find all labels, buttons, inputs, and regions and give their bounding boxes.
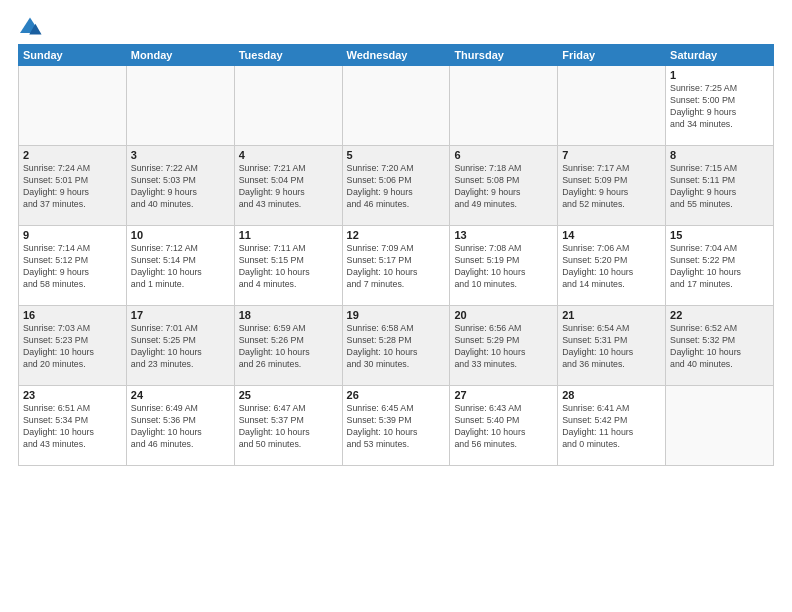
day-number: 26 <box>347 389 446 401</box>
day-number: 11 <box>239 229 338 241</box>
day-header-saturday: Saturday <box>666 45 774 66</box>
logo-icon <box>18 16 42 36</box>
day-info: Sunrise: 7:22 AM Sunset: 5:03 PM Dayligh… <box>131 163 230 211</box>
day-number: 9 <box>23 229 122 241</box>
day-info: Sunrise: 7:14 AM Sunset: 5:12 PM Dayligh… <box>23 243 122 291</box>
calendar-day: 17Sunrise: 7:01 AM Sunset: 5:25 PM Dayli… <box>126 306 234 386</box>
day-number: 4 <box>239 149 338 161</box>
day-info: Sunrise: 7:11 AM Sunset: 5:15 PM Dayligh… <box>239 243 338 291</box>
day-header-friday: Friday <box>558 45 666 66</box>
day-header-wednesday: Wednesday <box>342 45 450 66</box>
calendar-day: 21Sunrise: 6:54 AM Sunset: 5:31 PM Dayli… <box>558 306 666 386</box>
calendar-day <box>342 66 450 146</box>
calendar-day: 24Sunrise: 6:49 AM Sunset: 5:36 PM Dayli… <box>126 386 234 466</box>
day-info: Sunrise: 6:43 AM Sunset: 5:40 PM Dayligh… <box>454 403 553 451</box>
calendar-day: 16Sunrise: 7:03 AM Sunset: 5:23 PM Dayli… <box>19 306 127 386</box>
day-info: Sunrise: 7:04 AM Sunset: 5:22 PM Dayligh… <box>670 243 769 291</box>
calendar-week-row: 16Sunrise: 7:03 AM Sunset: 5:23 PM Dayli… <box>19 306 774 386</box>
day-info: Sunrise: 6:54 AM Sunset: 5:31 PM Dayligh… <box>562 323 661 371</box>
calendar-day: 2Sunrise: 7:24 AM Sunset: 5:01 PM Daylig… <box>19 146 127 226</box>
day-info: Sunrise: 7:01 AM Sunset: 5:25 PM Dayligh… <box>131 323 230 371</box>
day-info: Sunrise: 7:15 AM Sunset: 5:11 PM Dayligh… <box>670 163 769 211</box>
calendar-week-row: 9Sunrise: 7:14 AM Sunset: 5:12 PM Daylig… <box>19 226 774 306</box>
day-info: Sunrise: 7:24 AM Sunset: 5:01 PM Dayligh… <box>23 163 122 211</box>
day-number: 24 <box>131 389 230 401</box>
calendar-day <box>450 66 558 146</box>
day-number: 8 <box>670 149 769 161</box>
header-area <box>18 16 774 36</box>
day-number: 15 <box>670 229 769 241</box>
day-number: 7 <box>562 149 661 161</box>
day-header-tuesday: Tuesday <box>234 45 342 66</box>
calendar-day: 3Sunrise: 7:22 AM Sunset: 5:03 PM Daylig… <box>126 146 234 226</box>
calendar-day: 28Sunrise: 6:41 AM Sunset: 5:42 PM Dayli… <box>558 386 666 466</box>
calendar-week-row: 23Sunrise: 6:51 AM Sunset: 5:34 PM Dayli… <box>19 386 774 466</box>
day-info: Sunrise: 7:09 AM Sunset: 5:17 PM Dayligh… <box>347 243 446 291</box>
day-number: 28 <box>562 389 661 401</box>
calendar-day: 20Sunrise: 6:56 AM Sunset: 5:29 PM Dayli… <box>450 306 558 386</box>
day-info: Sunrise: 7:03 AM Sunset: 5:23 PM Dayligh… <box>23 323 122 371</box>
day-info: Sunrise: 7:21 AM Sunset: 5:04 PM Dayligh… <box>239 163 338 211</box>
calendar-day: 8Sunrise: 7:15 AM Sunset: 5:11 PM Daylig… <box>666 146 774 226</box>
day-number: 16 <box>23 309 122 321</box>
calendar-day: 1Sunrise: 7:25 AM Sunset: 5:00 PM Daylig… <box>666 66 774 146</box>
calendar-day: 9Sunrise: 7:14 AM Sunset: 5:12 PM Daylig… <box>19 226 127 306</box>
calendar-day <box>126 66 234 146</box>
day-info: Sunrise: 7:17 AM Sunset: 5:09 PM Dayligh… <box>562 163 661 211</box>
day-header-sunday: Sunday <box>19 45 127 66</box>
calendar-day: 14Sunrise: 7:06 AM Sunset: 5:20 PM Dayli… <box>558 226 666 306</box>
day-number: 27 <box>454 389 553 401</box>
calendar: SundayMondayTuesdayWednesdayThursdayFrid… <box>18 44 774 466</box>
calendar-day: 6Sunrise: 7:18 AM Sunset: 5:08 PM Daylig… <box>450 146 558 226</box>
calendar-day <box>19 66 127 146</box>
day-info: Sunrise: 7:18 AM Sunset: 5:08 PM Dayligh… <box>454 163 553 211</box>
calendar-day: 10Sunrise: 7:12 AM Sunset: 5:14 PM Dayli… <box>126 226 234 306</box>
calendar-day: 7Sunrise: 7:17 AM Sunset: 5:09 PM Daylig… <box>558 146 666 226</box>
day-number: 6 <box>454 149 553 161</box>
calendar-day: 19Sunrise: 6:58 AM Sunset: 5:28 PM Dayli… <box>342 306 450 386</box>
day-number: 14 <box>562 229 661 241</box>
calendar-week-row: 1Sunrise: 7:25 AM Sunset: 5:00 PM Daylig… <box>19 66 774 146</box>
day-info: Sunrise: 6:45 AM Sunset: 5:39 PM Dayligh… <box>347 403 446 451</box>
calendar-day: 22Sunrise: 6:52 AM Sunset: 5:32 PM Dayli… <box>666 306 774 386</box>
day-info: Sunrise: 7:20 AM Sunset: 5:06 PM Dayligh… <box>347 163 446 211</box>
calendar-day <box>558 66 666 146</box>
calendar-day: 15Sunrise: 7:04 AM Sunset: 5:22 PM Dayli… <box>666 226 774 306</box>
day-info: Sunrise: 6:47 AM Sunset: 5:37 PM Dayligh… <box>239 403 338 451</box>
day-info: Sunrise: 6:58 AM Sunset: 5:28 PM Dayligh… <box>347 323 446 371</box>
day-info: Sunrise: 6:52 AM Sunset: 5:32 PM Dayligh… <box>670 323 769 371</box>
day-number: 21 <box>562 309 661 321</box>
calendar-day: 18Sunrise: 6:59 AM Sunset: 5:26 PM Dayli… <box>234 306 342 386</box>
day-number: 1 <box>670 69 769 81</box>
day-info: Sunrise: 7:25 AM Sunset: 5:00 PM Dayligh… <box>670 83 769 131</box>
calendar-day: 26Sunrise: 6:45 AM Sunset: 5:39 PM Dayli… <box>342 386 450 466</box>
day-header-monday: Monday <box>126 45 234 66</box>
calendar-day: 4Sunrise: 7:21 AM Sunset: 5:04 PM Daylig… <box>234 146 342 226</box>
day-number: 13 <box>454 229 553 241</box>
calendar-day: 11Sunrise: 7:11 AM Sunset: 5:15 PM Dayli… <box>234 226 342 306</box>
day-number: 22 <box>670 309 769 321</box>
calendar-day: 27Sunrise: 6:43 AM Sunset: 5:40 PM Dayli… <box>450 386 558 466</box>
calendar-header-row: SundayMondayTuesdayWednesdayThursdayFrid… <box>19 45 774 66</box>
calendar-day <box>234 66 342 146</box>
day-info: Sunrise: 6:56 AM Sunset: 5:29 PM Dayligh… <box>454 323 553 371</box>
day-info: Sunrise: 7:08 AM Sunset: 5:19 PM Dayligh… <box>454 243 553 291</box>
day-number: 18 <box>239 309 338 321</box>
calendar-day: 13Sunrise: 7:08 AM Sunset: 5:19 PM Dayli… <box>450 226 558 306</box>
day-number: 23 <box>23 389 122 401</box>
day-number: 19 <box>347 309 446 321</box>
day-number: 12 <box>347 229 446 241</box>
day-number: 25 <box>239 389 338 401</box>
day-info: Sunrise: 7:12 AM Sunset: 5:14 PM Dayligh… <box>131 243 230 291</box>
day-number: 10 <box>131 229 230 241</box>
page: SundayMondayTuesdayWednesdayThursdayFrid… <box>0 0 792 612</box>
day-number: 17 <box>131 309 230 321</box>
day-number: 20 <box>454 309 553 321</box>
day-info: Sunrise: 6:41 AM Sunset: 5:42 PM Dayligh… <box>562 403 661 451</box>
day-header-thursday: Thursday <box>450 45 558 66</box>
logo <box>18 16 46 36</box>
day-number: 3 <box>131 149 230 161</box>
day-info: Sunrise: 6:51 AM Sunset: 5:34 PM Dayligh… <box>23 403 122 451</box>
day-number: 5 <box>347 149 446 161</box>
day-info: Sunrise: 6:59 AM Sunset: 5:26 PM Dayligh… <box>239 323 338 371</box>
